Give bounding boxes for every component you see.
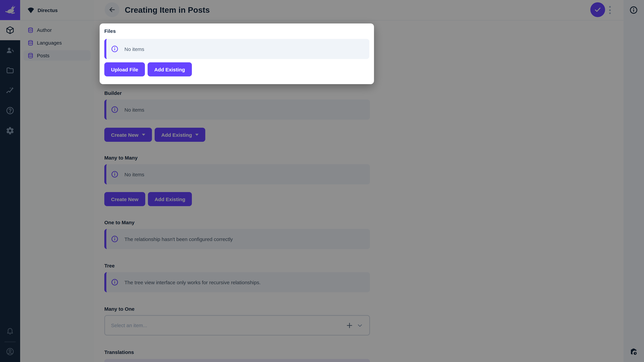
notice-text: No items — [124, 46, 144, 52]
field-label-files: Files — [104, 27, 116, 35]
upload-file-button[interactable]: Upload File — [104, 62, 145, 76]
add-existing-button[interactable]: Add Existing — [148, 62, 192, 76]
files-notice: No items — [104, 39, 369, 59]
files-field-card: Files No items Upload File Add Existing — [100, 23, 374, 84]
files-buttons: Upload File Add Existing — [104, 62, 192, 76]
directus-app: Directus Author Languages — [0, 0, 644, 362]
info-icon — [111, 45, 118, 53]
